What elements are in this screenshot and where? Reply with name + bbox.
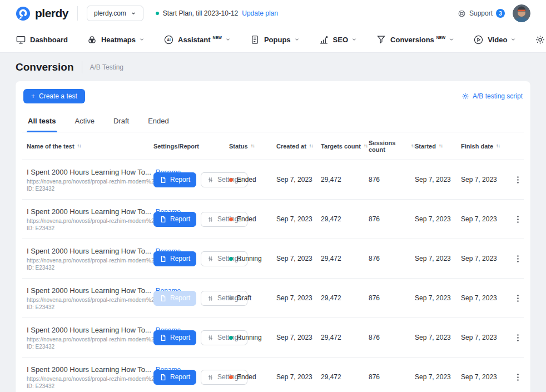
col-status: Status↑↓	[229, 143, 276, 150]
sort-icon[interactable]: ↑↓	[496, 143, 500, 148]
sessions-count-value: 876	[369, 215, 415, 223]
report-button[interactable]: Report	[153, 291, 196, 306]
ab-testing-card: + Create a test A/B testing script All t…	[16, 81, 530, 392]
test-name: I Spent 2000 Hours Learning How To...	[27, 326, 151, 334]
created-at-value: Sep 7, 2023	[276, 176, 321, 183]
status-label: Running	[237, 255, 262, 262]
test-url: https://novena.pro/novosti/propal-rezhim…	[27, 336, 146, 343]
gear-icon	[535, 34, 545, 45]
targets-count-value: 29,472	[321, 373, 369, 381]
tab-active[interactable]: Active	[74, 112, 96, 132]
report-file-icon	[160, 255, 167, 262]
report-button[interactable]: Report	[153, 370, 196, 385]
nav-settings[interactable]: Settings	[535, 34, 546, 45]
domain-selector-value: plerdy.com	[94, 9, 126, 17]
plan-status: Start Plan, till 2023-10-12 Update plan	[156, 9, 278, 17]
sort-icon[interactable]: ↑↓	[251, 143, 255, 148]
created-at-value: Sep 7, 2023	[276, 334, 321, 341]
nav-popups[interactable]: Popups	[250, 34, 300, 45]
brand-name: plerdy	[35, 7, 68, 20]
started-value: Sep 7, 2023	[415, 373, 461, 381]
test-name: I Spent 2000 Hours Learning How To...	[27, 365, 151, 374]
sliders-icon	[207, 374, 214, 381]
report-button[interactable]: Report	[153, 330, 196, 345]
col-settings-report: Settings/Report	[153, 143, 229, 150]
tab-draft[interactable]: Draft	[112, 112, 130, 132]
report-file-icon	[160, 216, 167, 223]
nav-seo[interactable]: SEO	[319, 34, 357, 45]
report-button[interactable]: Report	[153, 251, 196, 266]
status-dot	[229, 336, 233, 340]
nav-label: SEO	[333, 36, 348, 44]
nav-video[interactable]: Video	[473, 34, 516, 45]
sort-icon[interactable]: ↑↓	[439, 143, 443, 148]
chevron-down-icon	[351, 37, 357, 42]
tabs: All tests Active Draft Ended	[22, 112, 524, 132]
nav-assistant[interactable]: AI Assistant NEW	[163, 34, 231, 45]
svg-text:AI: AI	[167, 37, 171, 41]
started-value: Sep 7, 2023	[415, 334, 461, 341]
tab-ended[interactable]: Ended	[147, 112, 170, 132]
test-id: ID: E23432	[27, 265, 146, 271]
sessions-count-value: 876	[369, 373, 415, 381]
created-at-value: Sep 7, 2023	[276, 255, 321, 262]
document-icon	[250, 34, 260, 45]
sessions-count-value: 876	[369, 176, 415, 183]
table-row: I Spent 2000 Hours Learning How To... Re…	[22, 318, 524, 358]
monitor-icon	[16, 34, 26, 45]
sort-icon[interactable]: ↑↓	[309, 143, 313, 148]
kebab-menu-button[interactable]	[513, 254, 523, 264]
report-file-icon	[160, 176, 167, 183]
nav-heatmaps[interactable]: Heatmaps	[87, 34, 145, 45]
domain-selector[interactable]: plerdy.com	[87, 6, 143, 21]
plan-text: Start Plan, till 2023-10-12	[163, 9, 238, 17]
test-id: ID: E23432	[27, 225, 146, 231]
nav-label: Popups	[264, 36, 291, 44]
page-title: Conversion	[16, 61, 74, 73]
main-nav: Dashboard Heatmaps AI Assistant NEW Popu…	[0, 27, 546, 53]
status-dot	[229, 375, 233, 379]
bar-chart-icon	[319, 34, 329, 45]
support-button[interactable]: Support 3	[458, 9, 505, 18]
table-row: I Spent 2000 Hours Learning How To... Re…	[22, 160, 524, 200]
plerdy-logo[interactable]: plerdy	[16, 6, 68, 21]
kebab-menu-button[interactable]	[513, 373, 523, 382]
status-label: Ended	[237, 176, 256, 183]
col-sessions-count: Sessions count↑↓	[369, 140, 415, 153]
sliders-icon	[207, 216, 214, 223]
sort-icon[interactable]: ↑↓	[77, 143, 81, 148]
topbar: plerdy plerdy.com Start Plan, till 2023-…	[0, 0, 546, 27]
tab-all-tests[interactable]: All tests	[27, 112, 57, 132]
breadcrumb: A/B Testing	[90, 63, 123, 71]
table-row: I Spent 2000 Hours Learning How To... Re…	[22, 279, 524, 318]
finish-date-value: Sep 7, 2023	[461, 294, 512, 302]
sliders-icon	[207, 295, 214, 302]
nav-conversions[interactable]: Conversions NEW	[376, 34, 454, 45]
report-file-icon	[160, 374, 167, 381]
started-value: Sep 7, 2023	[415, 294, 461, 302]
status-label: Running	[237, 334, 262, 341]
finish-date-value: Sep 7, 2023	[461, 255, 512, 262]
report-button[interactable]: Report	[153, 212, 196, 227]
kebab-menu-button[interactable]	[513, 294, 523, 303]
test-name: I Spent 2000 Hours Learning How To...	[27, 247, 151, 255]
report-button[interactable]: Report	[153, 172, 196, 187]
update-plan-link[interactable]: Update plan	[242, 9, 278, 17]
kebab-menu-button[interactable]	[513, 215, 523, 224]
table-row: I Spent 2000 Hours Learning How To... Re…	[22, 200, 524, 239]
create-test-button[interactable]: + Create a test	[23, 89, 85, 103]
test-url: https://novena.pro/novosti/propal-rezhim…	[27, 297, 146, 303]
sort-icon[interactable]: ↑↓	[411, 143, 415, 148]
kebab-menu-button[interactable]	[513, 333, 523, 343]
table-header: Name of the test↑↓ Settings/Report Statu…	[22, 132, 524, 160]
plus-icon: +	[31, 92, 35, 100]
nav-dashboard[interactable]: Dashboard	[16, 34, 68, 45]
sort-icon[interactable]: ↑↓	[364, 143, 368, 148]
status-label: Ended	[237, 215, 256, 223]
test-url: https://novena.pro/novosti/propal-rezhim…	[27, 178, 146, 185]
support-count-badge: 3	[496, 9, 505, 18]
kebab-menu-button[interactable]	[513, 175, 523, 185]
avatar[interactable]	[513, 4, 530, 22]
ab-testing-script-link[interactable]: A/B testing script	[461, 92, 523, 100]
plan-dot	[156, 12, 159, 15]
